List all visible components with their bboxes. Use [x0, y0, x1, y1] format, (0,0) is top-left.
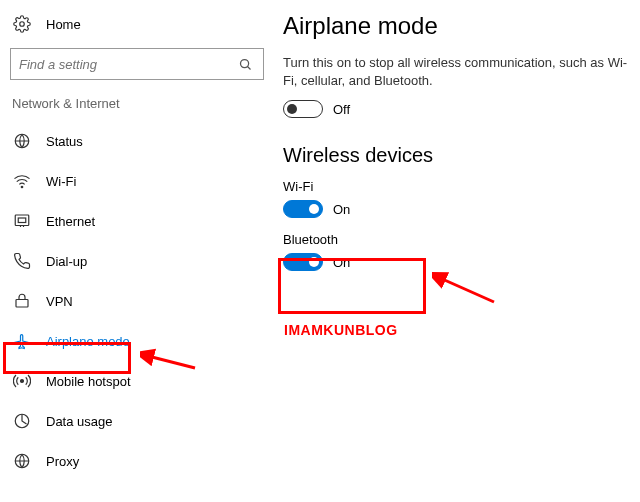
search-icon [235, 54, 255, 74]
sidebar-item-status[interactable]: Status [8, 121, 275, 161]
bluetooth-toggle[interactable] [283, 253, 323, 271]
bluetooth-state: On [333, 255, 350, 270]
hotspot-icon [12, 371, 32, 391]
wifi-icon [12, 171, 32, 191]
bluetooth-device-label: Bluetooth [283, 232, 628, 247]
sidebar-item-label: Data usage [46, 414, 113, 429]
svg-line-2 [247, 66, 250, 69]
sidebar-item-label: Dial-up [46, 254, 87, 269]
sidebar-item-wifi[interactable]: Wi-Fi [8, 161, 275, 201]
gear-icon [12, 14, 32, 34]
sidebar-item-proxy[interactable]: Proxy [8, 441, 275, 481]
sidebar-item-mobile-hotspot[interactable]: Mobile hotspot [8, 361, 275, 401]
airplane-mode-state: Off [333, 102, 350, 117]
svg-point-8 [21, 380, 24, 383]
main-panel: Airplane mode Turn this on to stop all w… [275, 0, 640, 502]
wifi-toggle-row: On [283, 200, 628, 218]
sidebar-home-label: Home [46, 17, 81, 32]
sidebar-item-label: Proxy [46, 454, 79, 469]
sidebar-item-label: Ethernet [46, 214, 95, 229]
wifi-toggle[interactable] [283, 200, 323, 218]
airplane-icon [12, 331, 32, 351]
search-input-container[interactable] [10, 48, 264, 80]
bluetooth-toggle-row: On [283, 253, 628, 271]
airplane-mode-toggle-row: Off [283, 100, 628, 118]
sidebar-section-label: Network & Internet [8, 94, 275, 121]
svg-point-0 [20, 22, 25, 27]
ethernet-icon [12, 211, 32, 231]
page-description: Turn this on to stop all wireless commun… [283, 54, 628, 90]
sidebar-item-airplane-mode[interactable]: Airplane mode [8, 321, 275, 361]
sidebar-item-dialup[interactable]: Dial-up [8, 241, 275, 281]
svg-point-1 [240, 59, 248, 67]
proxy-icon [12, 451, 32, 471]
dialup-icon [12, 251, 32, 271]
svg-rect-7 [16, 300, 28, 308]
svg-rect-5 [15, 215, 29, 226]
sidebar-item-label: Wi-Fi [46, 174, 76, 189]
sidebar-item-data-usage[interactable]: Data usage [8, 401, 275, 441]
data-usage-icon [12, 411, 32, 431]
svg-point-4 [21, 186, 23, 188]
search-input[interactable] [19, 57, 235, 72]
wifi-device-label: Wi-Fi [283, 179, 628, 194]
vpn-icon [12, 291, 32, 311]
sidebar-item-label: Status [46, 134, 83, 149]
status-icon [12, 131, 32, 151]
sidebar-item-label: Airplane mode [46, 334, 130, 349]
wireless-devices-heading: Wireless devices [283, 144, 628, 167]
sidebar: Home Network & Internet Status Wi-Fi [0, 0, 275, 502]
svg-rect-6 [18, 218, 26, 223]
sidebar-item-home[interactable]: Home [8, 10, 275, 44]
sidebar-item-ethernet[interactable]: Ethernet [8, 201, 275, 241]
page-title: Airplane mode [283, 12, 628, 40]
sidebar-item-vpn[interactable]: VPN [8, 281, 275, 321]
sidebar-item-label: Mobile hotspot [46, 374, 131, 389]
sidebar-item-label: VPN [46, 294, 73, 309]
airplane-mode-toggle[interactable] [283, 100, 323, 118]
wifi-state: On [333, 202, 350, 217]
